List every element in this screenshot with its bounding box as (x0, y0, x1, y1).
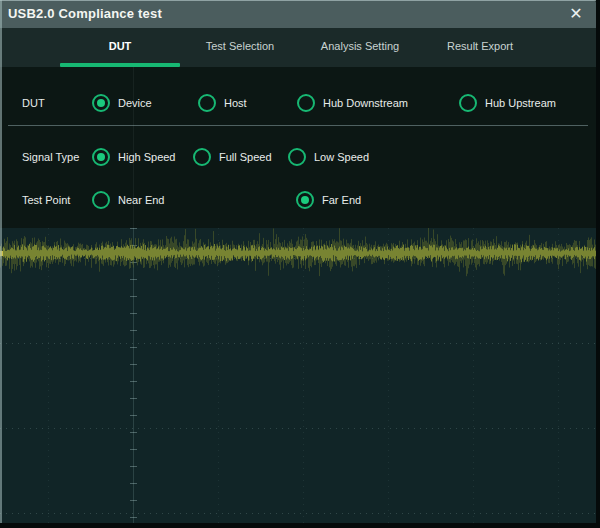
tab-bar: DUTTest SelectionAnalysis SettingResult … (0, 28, 596, 67)
radio-option-label: Near End (118, 194, 164, 206)
oscilloscope-screen: USB2.0 Compliance test ✕ DUTTest Selecti… (0, 0, 600, 528)
tab-test-selection[interactable]: Test Selection (180, 28, 300, 67)
radio-circle-icon[interactable] (92, 94, 110, 112)
radio-circle-icon[interactable] (297, 94, 315, 112)
radio-row-signal-type: Signal TypeHigh SpeedFull SpeedLow Speed (0, 143, 596, 171)
radio-circle-icon[interactable] (288, 148, 306, 166)
radio-option-label: Low Speed (314, 151, 369, 163)
radio-circle-icon[interactable] (92, 191, 110, 209)
scope-display (0, 228, 596, 523)
row-label-test-point: Test Point (22, 186, 70, 214)
dut-settings-panel: DUTDeviceHostHub DownstreamHub UpstreamS… (0, 67, 596, 228)
radio-circle-icon[interactable] (92, 148, 110, 166)
radio-option-label: Hub Downstream (323, 97, 408, 109)
radio-option-hub-upstream[interactable]: Hub Upstream (459, 89, 556, 117)
waveform-canvas (0, 228, 596, 523)
radio-option-label: High Speed (118, 151, 176, 163)
radio-option-label: Device (118, 97, 152, 109)
radio-circle-icon[interactable] (296, 191, 314, 209)
dialog-title: USB2.0 Compliance test (8, 0, 162, 28)
radio-option-high-speed[interactable]: High Speed (92, 143, 176, 171)
tab-result-export[interactable]: Result Export (420, 28, 540, 67)
radio-circle-icon[interactable] (198, 94, 216, 112)
radio-option-low-speed[interactable]: Low Speed (288, 143, 369, 171)
radio-option-hub-downstream[interactable]: Hub Downstream (297, 89, 408, 117)
row-label-signal-type: Signal Type (22, 143, 79, 171)
radio-option-label: Full Speed (219, 151, 272, 163)
radio-row-dut: DUTDeviceHostHub DownstreamHub Upstream (0, 89, 596, 117)
usb-compliance-dialog: USB2.0 Compliance test ✕ DUTTest Selecti… (0, 0, 596, 523)
radio-option-device[interactable]: Device (92, 89, 152, 117)
radio-row-test-point: Test PointNear EndFar End (0, 186, 596, 214)
radio-option-label: Hub Upstream (485, 97, 556, 109)
radio-option-host[interactable]: Host (198, 89, 247, 117)
tab-analysis-setting[interactable]: Analysis Setting (300, 28, 420, 67)
dialog-titlebar[interactable]: USB2.0 Compliance test ✕ (0, 0, 596, 28)
radio-option-near-end[interactable]: Near End (92, 186, 164, 214)
row-label-dut: DUT (22, 89, 45, 117)
close-icon[interactable]: ✕ (560, 0, 592, 28)
tab-dut[interactable]: DUT (60, 28, 180, 67)
radio-option-label: Host (224, 97, 247, 109)
section-divider (8, 125, 588, 126)
radio-option-label: Far End (322, 194, 361, 206)
radio-option-full-speed[interactable]: Full Speed (193, 143, 272, 171)
radio-circle-icon[interactable] (193, 148, 211, 166)
radio-circle-icon[interactable] (459, 94, 477, 112)
radio-option-far-end[interactable]: Far End (296, 186, 361, 214)
